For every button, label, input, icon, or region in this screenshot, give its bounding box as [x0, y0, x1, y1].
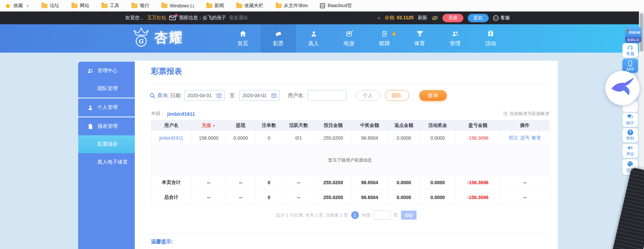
folder-icon — [41, 4, 48, 8]
rail-service-button[interactable]: 客服 — [622, 43, 638, 57]
rail-sound-button[interactable]: 声音 — [622, 144, 638, 158]
micai-logo: micai — [625, 27, 641, 37]
refresh-link[interactable]: 刷新 — [418, 15, 427, 21]
sidebar-item-personal-manage[interactable]: 个人管理 — [78, 99, 135, 116]
pagination: 总计 1 个记录, 分为 1 页, 当前第 1 页 1 转至 页 GO — [135, 211, 558, 220]
chase-link[interactable]: 追号 — [520, 135, 529, 140]
col-header-sort-recharge[interactable]: 充值 ▼ — [191, 120, 226, 131]
nav-item-activity[interactable]: 活动 — [473, 24, 508, 53]
pagination-summary: 总计 1 个记录, 分为 1 页, 当前第 1 页 — [276, 212, 348, 218]
cell-recharge: 158.0000 — [191, 131, 226, 145]
bet-link[interactable]: 投注 — [509, 135, 518, 140]
col-header: 返点金额 — [388, 120, 420, 131]
cell-activity-bonus: 0.0000 — [420, 131, 455, 145]
search-button[interactable]: 查询 — [419, 90, 447, 101]
micai-cert-label: 奖源认证 — [625, 37, 641, 43]
nav-item-manage[interactable]: 管理 — [437, 24, 473, 53]
sound-icon — [627, 144, 634, 151]
nav-item-chess[interactable]: 棋牌 — [367, 24, 402, 53]
rail-chat-button[interactable]: 聊天 — [622, 113, 638, 127]
calendar-icon[interactable] — [271, 93, 277, 98]
sidebar-item-team-manage[interactable]: 团队管理 — [78, 80, 135, 98]
sidebar-item-lottery-report[interactable]: 彩票报表 — [78, 135, 135, 153]
username-link[interactable]: 五万红钻 — [147, 15, 166, 21]
micai-bird-icon — [626, 29, 628, 32]
sort-desc-icon: ▼ — [213, 124, 216, 128]
bookmark-folder[interactable]: 从文件\Boo — [276, 3, 308, 9]
user-link[interactable]: jimbird1911 — [151, 131, 191, 145]
folder-icon — [276, 4, 282, 8]
sidebar: 管理中心 团队管理 个人管理 报表管理 彩票报表 真人电子体育 — [78, 62, 135, 249]
row-actions: 投注追号账变 — [500, 131, 549, 145]
smiley-icon — [493, 15, 499, 21]
nav-item-live[interactable]: 真人 — [296, 24, 331, 53]
bookmark-folder[interactable]: 收藏夹栏 — [236, 3, 264, 9]
cell-profit: -156.3696 — [455, 131, 501, 145]
sidebar-item-report-manage[interactable]: 报表管理 — [78, 117, 135, 135]
bookmark-folder[interactable]: 新闻 — [206, 3, 224, 9]
date-to-field[interactable] — [239, 90, 280, 101]
withdraw-button[interactable]: 提款 — [468, 14, 489, 22]
bookmark-folder[interactable]: Windows Li — [161, 3, 194, 8]
nav-item-egames[interactable]: 电游 — [331, 24, 367, 53]
level-user-link[interactable]: jimbird1911 — [167, 111, 195, 117]
bookmark-folder[interactable]: 工具 — [101, 3, 119, 9]
bird-icon — [609, 75, 636, 101]
bookmark-folder[interactable]: 网站 — [71, 3, 89, 9]
favorites-button[interactable]: 收藏 ▼ — [5, 3, 29, 9]
nav-item-home[interactable]: 首页 — [225, 24, 260, 53]
ticket-icon — [274, 30, 282, 38]
bookmark-baacloud[interactable]: Baacloud官 — [320, 3, 352, 9]
reserved-info: 预留信息：会飞的燕子 — [179, 15, 226, 21]
main-nav: G 杏耀 首页 彩票 真人 电游 棋牌 体育 — [0, 24, 644, 53]
folder-icon — [161, 4, 167, 8]
logout-link[interactable]: 安全退出 — [229, 15, 248, 21]
empty-row: 暂无下级用户彩票信息 — [151, 145, 549, 175]
bird-logo-overlay[interactable] — [605, 71, 640, 105]
report-icon — [87, 123, 94, 130]
sidebar-item-admin-center[interactable]: 管理中心 — [78, 62, 135, 80]
folder-icon — [236, 4, 242, 8]
collapse-chevron-icon[interactable]: ∨ — [377, 16, 380, 20]
date-from-field[interactable] — [184, 90, 225, 101]
nav-menu: 首页 彩票 真人 电游 棋牌 体育 管理 活动 — [225, 24, 508, 53]
logo-text: 杏耀 — [154, 28, 183, 47]
date-from-input[interactable] — [187, 93, 216, 98]
goto-page-input[interactable] — [374, 211, 391, 220]
go-button[interactable]: GO — [401, 211, 417, 220]
col-header: 盈亏金额 — [455, 120, 501, 131]
bookmarks-bar: 收藏 ▼ 论坛 网站 工具 银行 Windows Li 新闻 收藏夹栏 从文件\… — [0, 0, 644, 11]
calendar-icon[interactable] — [216, 93, 222, 98]
site-logo[interactable]: G 杏耀 — [131, 27, 183, 48]
team-button[interactable]: 团队 — [385, 90, 409, 101]
search-icon — [150, 93, 155, 99]
username-input[interactable] — [310, 93, 343, 98]
mail-button[interactable] — [169, 16, 176, 20]
account-note: 注: 此处账变为彩票账变 — [503, 111, 549, 117]
sidebar-item-live-esports[interactable]: 真人电子体育 — [78, 153, 135, 171]
eye-slash-icon[interactable] — [432, 16, 438, 21]
service-link[interactable]: 客服 — [493, 15, 510, 21]
users-icon — [451, 30, 459, 38]
bookmark-folder[interactable]: 银行 — [131, 3, 149, 9]
nav-item-lottery[interactable]: 彩票 — [260, 24, 296, 53]
nav-item-sports[interactable]: 体育 — [402, 24, 437, 53]
date-label: 日期: — [170, 92, 182, 99]
bookmark-folder[interactable]: 论坛 — [41, 3, 59, 9]
rail-help-button[interactable]: ? 帮助 — [622, 128, 638, 142]
star-icon — [5, 3, 11, 9]
personal-button[interactable]: 个人 — [356, 90, 380, 101]
topbar-right-group: ∨ 余额: ¥2.1125 刷新 充值 提款 客服 — [377, 11, 510, 24]
page-1-button[interactable]: 1 — [351, 211, 359, 219]
col-header: 用户名 — [151, 120, 191, 131]
recharge-button[interactable]: 充值 — [442, 14, 463, 22]
account-change-link[interactable]: 账变 — [531, 135, 541, 140]
cell-win-amount: 98.6504 — [352, 131, 388, 145]
username-field[interactable] — [307, 90, 346, 101]
micai-cert-badge[interactable]: micai 奖源认证 — [625, 27, 641, 43]
cell-withdraw: 0.0000 — [226, 131, 255, 145]
gift-icon — [487, 30, 495, 38]
crown-emblem-icon: G — [131, 27, 152, 48]
welcome-text: 欢迎您， — [125, 15, 144, 21]
date-to-input[interactable] — [242, 93, 271, 98]
